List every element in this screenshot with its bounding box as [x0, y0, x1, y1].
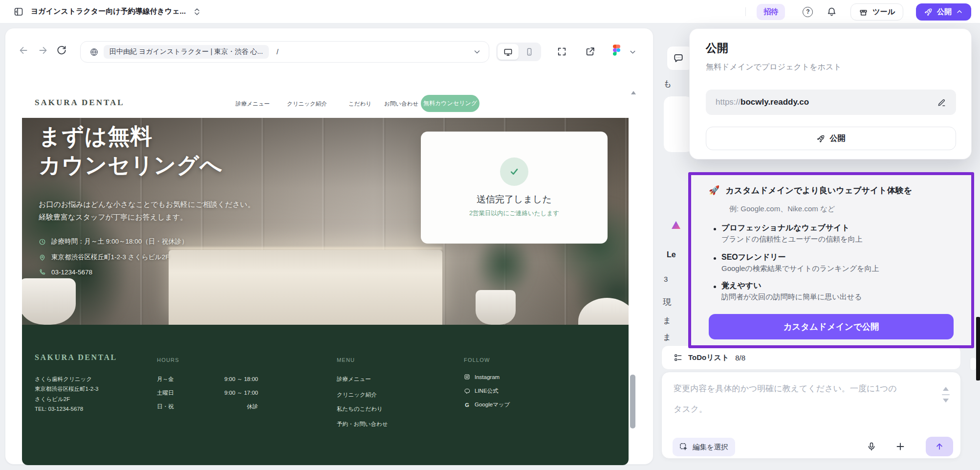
mic-button[interactable]	[867, 442, 876, 451]
site-logo: SAKURA DENTAL	[35, 98, 125, 108]
publish-button[interactable]: 公開	[916, 3, 971, 21]
chevron-down-icon[interactable]	[473, 48, 481, 56]
page-title-chip: 田中由紀 ヨガインストラクター | 東京・渋谷 心...	[104, 45, 269, 59]
footer-menu-link[interactable]: クリニック紹介	[337, 391, 377, 399]
fullscreen-button[interactable]	[557, 46, 567, 57]
select-edit-button[interactable]: 編集を選択	[673, 438, 735, 456]
todo-list-icon	[674, 353, 683, 362]
figma-chevron-icon[interactable]	[629, 48, 636, 56]
site-footer: SAKURA DENTAL さくら歯科クリニック 東京都渋谷区桜丘町1-2-3 …	[22, 325, 629, 465]
popup-subtitle: 無料ドメインでプロジェクトをホスト	[706, 62, 842, 72]
domain-field[interactable]: https:// bocwly.readdy.co	[706, 90, 956, 115]
hero-info-address: 東京都渋谷区桜丘町1-2-3 さくらビル2F	[39, 253, 170, 262]
refresh-button[interactable]	[56, 45, 67, 56]
clock-icon	[39, 238, 46, 246]
top-bar: ヨガインストラクター向け予約導線付きウェ... 招待 ツール 公開	[0, 0, 980, 23]
globe-icon	[89, 47, 99, 57]
chat-text-fragment: 現	[663, 296, 671, 308]
footer-logo: SAKURA DENTAL	[35, 353, 117, 362]
bullet-title: 覚えやすい	[721, 281, 762, 291]
nav-link-menu[interactable]: 診療メニュー	[236, 100, 270, 108]
app-window: ヨガインストラクター向け予約導線付きウェ... 招待 ツール 公開	[0, 0, 980, 470]
back-button[interactable]	[18, 45, 29, 56]
site-header: SAKURA DENTAL 診療メニュー クリニック紹介 こだわり お問い合わせ…	[22, 90, 629, 118]
collapse-down-icon	[943, 399, 949, 403]
preview-card: 田中由紀 ヨガインストラクター | 東京・渋谷 心... / SAKURA DE…	[5, 28, 653, 465]
edit-domain-button[interactable]	[937, 98, 946, 107]
chevron-up-icon	[956, 8, 963, 15]
bullet-title: SEOフレンドリー	[721, 252, 786, 263]
url-bar[interactable]: 田中由紀 ヨガインストラクター | 東京・渋谷 心... /	[80, 41, 489, 63]
publish-custom-domain-button[interactable]: カスタムドメインで公開	[709, 314, 954, 339]
assistant-avatar	[671, 220, 681, 230]
free-counseling-button[interactable]: 無料カウンセリング	[421, 95, 479, 112]
tools-label: ツール	[872, 7, 895, 17]
chat-placeholder-line2: タスク。	[674, 403, 707, 415]
footer-follow-label: FOLLOW	[464, 357, 490, 363]
submission-success-modal: 送信完了しました 2営業日以内にご連絡いたします	[421, 132, 608, 244]
footer-googlemap-link[interactable]: Googleマップ	[464, 401, 510, 408]
select-cursor-icon	[679, 443, 688, 451]
smartphone-icon	[525, 47, 534, 56]
open-external-button[interactable]	[585, 46, 595, 57]
nav-link-contact[interactable]: お問い合わせ	[384, 100, 418, 108]
sidebar-toggle-icon[interactable]	[14, 7, 23, 17]
map-pin-icon	[39, 254, 46, 261]
desktop-view-button[interactable]	[498, 44, 519, 60]
chat-text-fragment: Le	[667, 250, 676, 259]
input-resize-control[interactable]	[941, 387, 950, 403]
chat-text-fragment: も	[663, 78, 672, 90]
footer-address-line: 東京都渋谷区桜丘町1-2-3	[35, 385, 98, 393]
forward-button[interactable]	[38, 45, 48, 56]
rocket-icon	[817, 134, 825, 143]
domain-value: bocwly.readdy.co	[740, 97, 809, 107]
help-icon	[803, 7, 813, 17]
figma-icon[interactable]	[613, 45, 620, 56]
footer-address-line: さくらビル2F	[35, 396, 70, 403]
send-button[interactable]	[926, 437, 953, 456]
preview-scroll-up-icon[interactable]	[631, 91, 636, 94]
custom-domain-heading: 🚀 カスタムドメインでより良いウェブサイト体験を	[709, 185, 912, 196]
hero-info-hours: 診療時間：月～土 9:00～18:00（日・祝休診）	[39, 237, 188, 246]
attach-add-button[interactable]	[895, 442, 905, 451]
instagram-icon	[464, 374, 470, 380]
hours-time: 9:00 ～ 18:00	[157, 376, 258, 383]
chat-text-fragment: ま	[663, 315, 671, 326]
footer-address-line: さくら歯科クリニック	[35, 376, 92, 383]
footer-menu-link[interactable]: 私たちのこだわり	[337, 405, 383, 413]
project-switcher-icon[interactable]	[193, 7, 201, 16]
footer-menu-label: MENU	[337, 357, 355, 363]
panel-scrollbar[interactable]	[970, 357, 977, 371]
help-button[interactable]	[803, 7, 813, 17]
footer-address-line: TEL: 03-1234-5678	[35, 406, 83, 412]
hero-info-phone: 03-1234-5678	[39, 269, 92, 276]
bullet-desc: ブランドの信頼性とユーザーの信頼を向上	[721, 235, 863, 244]
chat-input-card[interactable]: 変更内容を具体的かつ明確に教えてください。一度に1つの タスク。 編集を選択	[661, 372, 961, 459]
tools-button[interactable]: ツール	[850, 3, 903, 21]
todo-count: 8/8	[735, 354, 745, 362]
todo-list-bar[interactable]: ToDoリスト 8/8	[661, 345, 961, 370]
success-subtitle: 2営業日以内にご連絡いたします	[421, 209, 608, 218]
custom-domain-example: 例: Google.com、Nike.com など	[729, 204, 835, 214]
popup-publish-button[interactable]: 公開	[706, 127, 956, 150]
mobile-view-button[interactable]	[519, 44, 540, 60]
notifications-button[interactable]	[827, 7, 837, 17]
rocket-icon	[924, 8, 933, 16]
domain-prefix: https://	[716, 97, 740, 107]
hero-heading-line2: カウンセリングへ	[39, 151, 222, 179]
device-toggle	[496, 43, 541, 61]
reception-desk	[169, 250, 442, 325]
success-title: 送信完了しました	[421, 193, 608, 206]
invite-button[interactable]: 招待	[757, 4, 785, 20]
hero-body-line1: お口のお悩みはどんな小さなことでもお気軽にご相談ください。	[39, 200, 255, 209]
nav-link-clinic[interactable]: クリニック紹介	[287, 100, 327, 108]
footer-menu-link[interactable]: 予約・お問い合わせ	[337, 421, 388, 428]
divider	[745, 7, 746, 16]
rocket-emoji-icon: 🚀	[709, 185, 719, 196]
nav-link-kodawari[interactable]: こだわり	[348, 100, 371, 108]
preview-scrollbar[interactable]	[630, 375, 635, 428]
chat-placeholder-line1: 変更内容を具体的かつ明確に教えてください。一度に1つの	[674, 383, 897, 394]
footer-menu-link[interactable]: 診療メニュー	[337, 376, 371, 383]
footer-line-link[interactable]: LINE公式	[464, 387, 499, 395]
footer-instagram-link[interactable]: Instagram	[464, 374, 500, 380]
